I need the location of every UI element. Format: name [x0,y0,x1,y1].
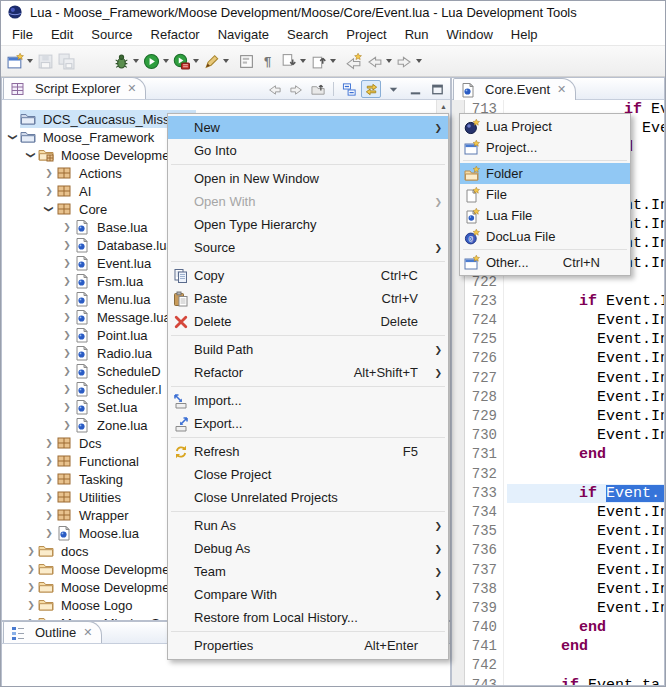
dropdown-caret-icon[interactable] [386,59,392,63]
chevron-collapsed-icon[interactable]: ❯ [42,510,56,520]
context-menu-item-restore-from-local-history[interactable]: Restore from Local History... [168,606,448,629]
chevron-collapsed-icon[interactable]: ❯ [60,240,74,250]
chevron-expanded-icon[interactable]: ❯ [42,204,56,214]
context-menu-item-refactor[interactable]: RefactorAlt+Shift+T❯ [168,361,448,384]
chevron-collapsed-icon[interactable]: ❯ [42,474,56,484]
context-menu-item-build-path[interactable]: Build Path❯ [168,338,448,361]
chevron-collapsed-icon[interactable]: ❯ [24,564,38,574]
chevron-collapsed-icon[interactable]: ❯ [42,168,56,178]
chevron-collapsed-icon[interactable]: ❯ [60,420,74,430]
prev-annotation-button[interactable] [308,49,338,73]
save-button[interactable] [35,49,56,73]
context-menu-item-close-project[interactable]: Close Project [168,463,448,486]
chevron-expanded-icon[interactable]: ❯ [24,150,38,160]
forward-button[interactable] [286,80,306,98]
chevron-collapsed-icon[interactable]: ❯ [24,546,38,556]
save-all-button[interactable] [56,49,77,73]
menubar-item-navigate[interactable]: Navigate [209,25,278,44]
back-button[interactable] [364,49,394,73]
context-menu-item-new[interactable]: New❯ [168,116,448,139]
new-submenu-item-lua-project[interactable]: Lua Project [460,116,630,137]
menubar-item-window[interactable]: Window [438,25,502,44]
context-menu-item-open-type-hierarchy[interactable]: Open Type Hierarchy [168,213,448,236]
menubar-item-file[interactable]: File [3,25,42,44]
context-menu-item-properties[interactable]: PropertiesAlt+Enter [168,634,448,657]
chevron-collapsed-icon[interactable]: ❯ [42,186,56,196]
up-button[interactable] [308,80,328,98]
new-submenu-item-doclua-file[interactable]: @DocLua File [460,226,630,247]
chevron-collapsed-icon[interactable]: ❯ [60,402,74,412]
chevron-collapsed-icon[interactable]: ❯ [60,222,74,232]
context-menu-item-delete[interactable]: DeleteDelete [168,310,448,333]
chevron-collapsed-icon[interactable]: ❯ [42,492,56,502]
new-submenu-item-file[interactable]: File [460,184,630,205]
menubar-item-project[interactable]: Project [337,25,395,44]
new-wizard-button[interactable] [5,49,35,73]
chevron-collapsed-icon[interactable]: ❯ [60,294,74,304]
context-menu-item-debug-as[interactable]: Debug As❯ [168,537,448,560]
forward-button[interactable] [394,49,424,73]
context-menu-item-team[interactable]: Team❯ [168,560,448,583]
context-menu-item-export[interactable]: Export... [168,412,448,435]
tab-outline[interactable]: Outline ✕ [3,621,102,643]
new-submenu-item-project[interactable]: Project... [460,137,630,158]
close-icon[interactable]: ✕ [555,84,566,95]
link-with-editor-button[interactable] [361,80,381,98]
chevron-collapsed-icon[interactable]: ❯ [42,438,56,448]
debug-button[interactable] [111,49,141,73]
maximize-button[interactable] [427,80,447,98]
menubar-item-edit[interactable]: Edit [42,25,82,44]
next-annotation-button[interactable] [278,49,308,73]
chevron-collapsed-icon[interactable]: ❯ [42,456,56,466]
context-menu-item-copy[interactable]: CopyCtrl+C [168,264,448,287]
new-submenu-item-folder[interactable]: Folder [460,163,630,184]
menubar-item-search[interactable]: Search [278,25,337,44]
chevron-collapsed-icon[interactable]: ❯ [24,618,38,620]
context-menu-item-import[interactable]: Import... [168,389,448,412]
scroll-up-icon[interactable]: ▲ [437,100,450,113]
chevron-collapsed-icon[interactable]: ❯ [60,330,74,340]
context-menu-item-source[interactable]: Source❯ [168,236,448,259]
dropdown-caret-icon[interactable] [416,59,422,63]
mark-occurrences-button[interactable] [236,49,257,73]
collapse-all-button[interactable] [339,80,359,98]
close-icon[interactable]: ✕ [125,83,136,94]
chevron-expanded-icon[interactable]: ❯ [6,132,20,142]
dropdown-caret-icon[interactable] [193,59,199,63]
close-icon[interactable]: ✕ [81,627,92,638]
minimize-button[interactable] [405,80,425,98]
last-edit-location-button[interactable] [343,49,364,73]
tab-script-explorer[interactable]: Script Explorer ✕ [3,77,146,99]
chevron-collapsed-icon[interactable]: ❯ [24,582,38,592]
external-tools-button[interactable] [201,49,231,73]
context-menu-item-go-into[interactable]: Go Into [168,139,448,162]
menubar-item-source[interactable]: Source [82,25,141,44]
chevron-collapsed-icon[interactable]: ❯ [42,528,56,538]
dropdown-caret-icon[interactable] [27,59,33,63]
menubar-item-run[interactable]: Run [396,25,438,44]
dropdown-caret-icon[interactable] [223,59,229,63]
view-menu-button[interactable] [383,80,403,98]
dropdown-caret-icon[interactable] [133,59,139,63]
new-submenu-item-other[interactable]: Other...Ctrl+N [460,252,630,273]
show-whitespace-button[interactable]: ¶ [257,49,278,73]
new-submenu-item-lua-file[interactable]: Lua File [460,205,630,226]
context-menu-item-refresh[interactable]: RefreshF5 [168,440,448,463]
profile-button[interactable] [171,49,201,73]
context-menu-item-paste[interactable]: PasteCtrl+V [168,287,448,310]
dropdown-caret-icon[interactable] [330,59,336,63]
back-button[interactable] [264,80,284,98]
chevron-collapsed-icon[interactable]: ❯ [60,348,74,358]
chevron-collapsed-icon[interactable]: ❯ [60,312,74,322]
tab-core-event[interactable]: Core.Event ✕ [453,78,576,100]
context-menu-item-open-in-new-window[interactable]: Open in New Window [168,167,448,190]
menubar-item-refactor[interactable]: Refactor [142,25,209,44]
chevron-collapsed-icon[interactable]: ❯ [60,276,74,286]
context-menu-item-compare-with[interactable]: Compare With❯ [168,583,448,606]
dropdown-caret-icon[interactable] [300,59,306,63]
run-button[interactable] [141,49,171,73]
chevron-collapsed-icon[interactable]: ❯ [60,258,74,268]
chevron-collapsed-icon[interactable]: ❯ [60,366,74,376]
context-menu-item-close-unrelated-projects[interactable]: Close Unrelated Projects [168,486,448,509]
dropdown-caret-icon[interactable] [163,59,169,63]
